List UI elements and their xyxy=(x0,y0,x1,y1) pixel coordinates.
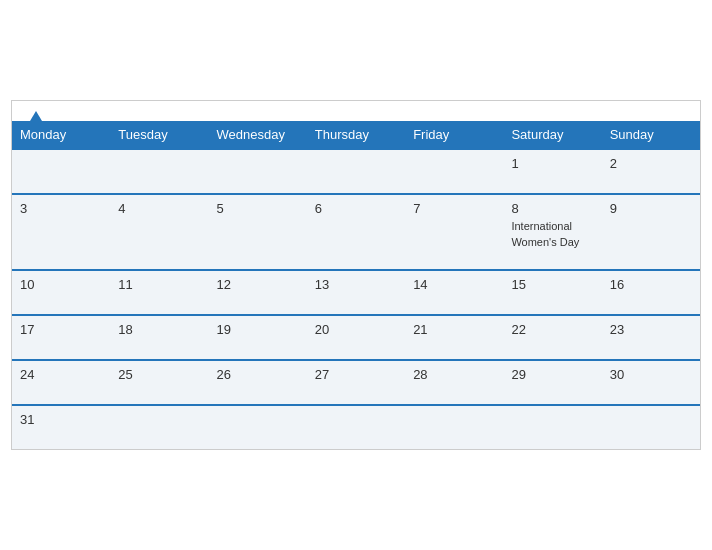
day-number: 22 xyxy=(511,322,593,337)
calendar-cell xyxy=(110,405,208,449)
day-number: 7 xyxy=(413,201,495,216)
day-number: 2 xyxy=(610,156,692,171)
calendar-cell: 21 xyxy=(405,315,503,360)
calendar-cell: 27 xyxy=(307,360,405,405)
day-event: International Women's Day xyxy=(511,220,579,247)
calendar-header xyxy=(12,101,700,121)
calendar-cell: 30 xyxy=(602,360,700,405)
calendar-cell: 9 xyxy=(602,194,700,270)
calendar-cell: 28 xyxy=(405,360,503,405)
calendar-cell: 14 xyxy=(405,270,503,315)
calendar-cell: 1 xyxy=(503,149,601,194)
calendar-cell: 8International Women's Day xyxy=(503,194,601,270)
day-number: 13 xyxy=(315,277,397,292)
calendar-week-row: 345678International Women's Day9 xyxy=(12,194,700,270)
day-number: 5 xyxy=(217,201,299,216)
day-number: 19 xyxy=(217,322,299,337)
calendar-cell: 10 xyxy=(12,270,110,315)
day-number: 25 xyxy=(118,367,200,382)
calendar-cell: 11 xyxy=(110,270,208,315)
day-number: 16 xyxy=(610,277,692,292)
calendar-container: MondayTuesdayWednesdayThursdayFridaySatu… xyxy=(11,100,701,450)
calendar-cell: 24 xyxy=(12,360,110,405)
weekday-header-sunday: Sunday xyxy=(602,121,700,149)
weekday-header-tuesday: Tuesday xyxy=(110,121,208,149)
weekday-header-row: MondayTuesdayWednesdayThursdayFridaySatu… xyxy=(12,121,700,149)
calendar-week-row: 12 xyxy=(12,149,700,194)
weekday-header-wednesday: Wednesday xyxy=(209,121,307,149)
weekday-header-thursday: Thursday xyxy=(307,121,405,149)
day-number: 29 xyxy=(511,367,593,382)
day-number: 9 xyxy=(610,201,692,216)
calendar-cell: 26 xyxy=(209,360,307,405)
day-number: 8 xyxy=(511,201,593,216)
weekday-header-monday: Monday xyxy=(12,121,110,149)
calendar-cell: 20 xyxy=(307,315,405,360)
weekday-header-friday: Friday xyxy=(405,121,503,149)
calendar-cell xyxy=(602,405,700,449)
calendar-cell: 22 xyxy=(503,315,601,360)
day-number: 20 xyxy=(315,322,397,337)
calendar-cell: 31 xyxy=(12,405,110,449)
day-number: 30 xyxy=(610,367,692,382)
calendar-cell: 16 xyxy=(602,270,700,315)
day-number: 21 xyxy=(413,322,495,337)
day-number: 14 xyxy=(413,277,495,292)
day-number: 1 xyxy=(511,156,593,171)
day-number: 18 xyxy=(118,322,200,337)
calendar-cell: 25 xyxy=(110,360,208,405)
calendar-cell: 12 xyxy=(209,270,307,315)
calendar-cell xyxy=(405,405,503,449)
day-number: 27 xyxy=(315,367,397,382)
calendar-cell xyxy=(110,149,208,194)
calendar-cell xyxy=(405,149,503,194)
day-number: 24 xyxy=(20,367,102,382)
logo-triangle-icon xyxy=(30,111,42,121)
calendar-cell: 5 xyxy=(209,194,307,270)
calendar-cell: 2 xyxy=(602,149,700,194)
calendar-cell: 6 xyxy=(307,194,405,270)
calendar-cell: 29 xyxy=(503,360,601,405)
weekday-header-saturday: Saturday xyxy=(503,121,601,149)
day-number: 23 xyxy=(610,322,692,337)
calendar-week-row: 24252627282930 xyxy=(12,360,700,405)
day-number: 11 xyxy=(118,277,200,292)
day-number: 28 xyxy=(413,367,495,382)
calendar-week-row: 17181920212223 xyxy=(12,315,700,360)
day-number: 17 xyxy=(20,322,102,337)
logo xyxy=(28,111,42,121)
calendar-cell: 15 xyxy=(503,270,601,315)
calendar-cell xyxy=(209,149,307,194)
calendar-cell xyxy=(12,149,110,194)
calendar-week-row: 31 xyxy=(12,405,700,449)
calendar-cell: 17 xyxy=(12,315,110,360)
day-number: 6 xyxy=(315,201,397,216)
calendar-cell: 3 xyxy=(12,194,110,270)
day-number: 26 xyxy=(217,367,299,382)
day-number: 3 xyxy=(20,201,102,216)
calendar-cell xyxy=(307,405,405,449)
calendar-cell xyxy=(209,405,307,449)
day-number: 10 xyxy=(20,277,102,292)
day-number: 15 xyxy=(511,277,593,292)
calendar-week-row: 10111213141516 xyxy=(12,270,700,315)
day-number: 4 xyxy=(118,201,200,216)
calendar-cell xyxy=(503,405,601,449)
calendar-cell: 13 xyxy=(307,270,405,315)
calendar-cell: 7 xyxy=(405,194,503,270)
calendar-cell xyxy=(307,149,405,194)
day-number: 12 xyxy=(217,277,299,292)
calendar-cell: 19 xyxy=(209,315,307,360)
calendar-cell: 18 xyxy=(110,315,208,360)
calendar-cell: 4 xyxy=(110,194,208,270)
day-number: 31 xyxy=(20,412,102,427)
calendar-grid: MondayTuesdayWednesdayThursdayFridaySatu… xyxy=(12,121,700,449)
calendar-cell: 23 xyxy=(602,315,700,360)
